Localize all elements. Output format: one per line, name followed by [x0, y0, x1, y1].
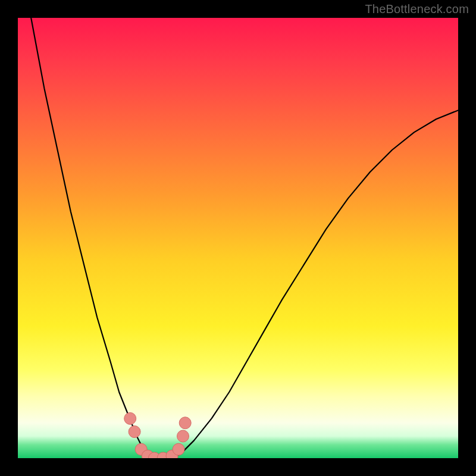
chart-container: TheBottleneck.com [0, 0, 476, 476]
fit-marker [173, 443, 184, 455]
fit-marker [124, 412, 136, 424]
fit-marker [129, 426, 140, 438]
fit-marker [177, 430, 189, 442]
plot-area [18, 18, 458, 458]
bottleneck-curve [18, 18, 458, 458]
watermark-text: TheBottleneck.com [365, 2, 469, 16]
fit-markers [124, 412, 192, 458]
fit-marker [179, 417, 191, 429]
curve-layer [18, 18, 458, 458]
